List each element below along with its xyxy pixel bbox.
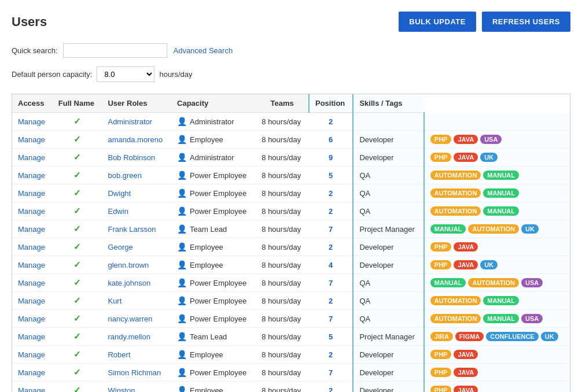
check-icon: ✓ [73,188,81,198]
manage-link[interactable]: Manage [18,243,45,252]
user-name-link[interactable]: Frank Larsson [108,225,156,234]
skill-tag: AUTOMATION [430,296,481,305]
capacity-cell: 8 hours/day [256,274,309,292]
skill-tag: PHP [430,242,452,252]
table-row: Manage✓Winston👤Employee8 hours/day2Devel… [12,382,570,393]
col-access: Access [12,94,53,113]
role-label: Power Employee [190,207,246,216]
search-input[interactable] [63,43,167,58]
teams-count: 7 [329,225,333,234]
position-cell: Project Manager [353,220,423,238]
skills-cell: AUTOMATIONMANUAL [424,167,570,184]
skill-tag: MANUAL [430,224,466,234]
manage-link[interactable]: Manage [18,368,45,377]
table-row: Manage✓randy.mellon👤Team Lead8 hours/day… [12,328,570,346]
teams-count: 2 [329,386,333,393]
position-cell: QA [353,310,423,328]
skills-cell: JIRAFIGMACONFLUENCEUK [424,328,570,346]
user-name-link[interactable]: glenn.brown [108,261,149,269]
manage-link[interactable]: Manage [18,171,45,180]
manage-link[interactable]: Manage [18,315,45,323]
user-name-link[interactable]: kate.johnson [108,279,150,287]
col-teams: Teams [256,94,309,113]
teams-count: 9 [329,153,333,162]
user-name-link[interactable]: George [108,243,132,252]
user-name-link[interactable]: Robert [108,350,130,359]
capacity-select[interactable]: 8.0 6.0 7.0 [97,66,154,82]
user-name-link[interactable]: nancy.warren [108,315,152,323]
manage-link[interactable]: Manage [18,135,45,144]
table-row: Manage✓Bob Robinson👤Administrator8 hours… [12,149,570,167]
table-row: Manage✓Frank Larsson👤Team Lead8 hours/da… [12,220,570,238]
bulk-update-button[interactable]: BULK UPDATE [399,12,476,32]
skill-tag: JIRA [430,332,453,341]
user-name-link[interactable]: randy.mellon [108,332,150,341]
header-buttons: BULK UPDATE REFRESH USERS [399,12,570,32]
skills-cell: PHPJAVA [424,364,570,382]
skill-tag: MANUAL [483,314,519,323]
table-row: Manage✓Simon Richman👤Power Employee8 hou… [12,364,570,382]
table-row: Manage✓Kurt👤Power Employee8 hours/day2QA… [12,292,570,310]
col-userroles: User Roles [102,94,171,113]
skills-cell: PHPJAVAUSA [424,131,570,149]
position-cell: Developer [353,364,423,382]
table-row: Manage✓amanda.moreno👤Employee8 hours/day… [12,131,570,149]
manage-link[interactable]: Manage [18,117,45,126]
person-icon: 👤 [177,188,187,198]
role-label: Employee [190,243,223,252]
person-icon: 👤 [177,314,187,323]
check-icon: ✓ [73,367,81,377]
person-icon: 👤 [177,386,187,392]
user-name-link[interactable]: Dwight [108,189,131,198]
capacity-cell: 8 hours/day [256,220,309,238]
manage-link[interactable]: Manage [18,297,45,305]
manage-link[interactable]: Manage [18,350,45,359]
refresh-users-button[interactable]: REFRESH USERS [482,12,570,32]
person-icon: 👤 [177,242,187,252]
capacity-cell: 8 hours/day [256,346,309,364]
teams-count: 6 [329,135,333,144]
user-name-link[interactable]: amanda.moreno [108,135,163,144]
manage-link[interactable]: Manage [18,153,45,162]
user-name-link[interactable]: bob.green [108,171,142,180]
manage-link[interactable]: Manage [18,207,45,216]
capacity-cell: 8 hours/day [256,364,309,382]
role-label: Team Lead [190,225,227,234]
user-name-link[interactable]: Administrator [108,117,152,126]
manage-link[interactable]: Manage [18,225,45,234]
skill-tag: AUTOMATION [468,278,519,287]
position-cell: Developer [353,131,423,149]
skill-tag: PHP [430,350,452,359]
skills-cell [424,113,570,131]
manage-link[interactable]: Manage [18,386,45,393]
user-name-link[interactable]: Simon Richman [108,368,161,377]
manage-link[interactable]: Manage [18,261,45,269]
skills-cell: MANUALAUTOMATIONUK [424,220,570,238]
role-label: Power Employee [190,297,246,305]
teams-count: 7 [329,368,333,377]
check-icon: ✓ [73,224,81,234]
person-icon: 👤 [177,117,187,126]
capacity-label: Default person capacity: [12,70,92,79]
advanced-search-link[interactable]: Advanced Search [173,46,233,55]
table-row: Manage✓nancy.warren👤Power Employee8 hour… [12,310,570,328]
user-name-link[interactable]: Kurt [108,297,121,305]
skill-tag: MANUAL [430,278,466,287]
table-row: Manage✓Robert👤Employee8 hours/day2Develo… [12,346,570,364]
table-row: Manage✓glenn.brown👤Employee8 hours/day4D… [12,256,570,274]
user-name-link[interactable]: Edwin [108,207,128,216]
skill-tag: PHP [430,386,452,392]
user-name-link[interactable]: Winston [108,386,135,393]
role-label: Team Lead [190,332,227,341]
col-fullname: Full Name [53,94,102,113]
manage-link[interactable]: Manage [18,332,45,341]
manage-link[interactable]: Manage [18,279,45,287]
manage-link[interactable]: Manage [18,189,45,198]
skill-tag: AUTOMATION [430,188,481,198]
check-icon: ✓ [73,152,81,162]
position-cell: QA [353,167,423,184]
user-name-link[interactable]: Bob Robinson [108,153,155,162]
skills-cell: AUTOMATIONMANUAL [424,184,570,202]
position-cell: Developer [353,346,423,364]
teams-count: 7 [329,279,333,287]
